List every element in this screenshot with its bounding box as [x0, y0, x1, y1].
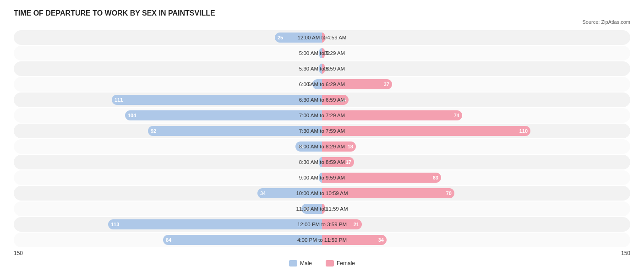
source-label: Source: ZipAtlas.com: [14, 19, 630, 25]
rows-wrapper: 25012:00 AM to 4:59 AM005:00 AM to 5:29 …: [14, 30, 630, 247]
male-value: 14: [298, 144, 304, 149]
legend-male-label: Male: [300, 260, 312, 267]
female-value: 21: [354, 222, 359, 227]
chart-row: 111146:30 AM to 6:59 AM: [14, 92, 630, 107]
female-value: 34: [378, 237, 384, 243]
female-value: 0: [324, 66, 327, 71]
chart-row: 104747:00 AM to 7:29 AM: [14, 108, 630, 123]
female-value: 14: [340, 97, 346, 103]
male-value: 84: [166, 237, 171, 243]
male-value: 5: [308, 82, 311, 87]
axis-row: 150 150: [14, 250, 630, 256]
chart-row: 921107:30 AM to 7:59 AM: [14, 124, 630, 138]
chart-row: 347010:00 AM to 10:59 AM: [14, 186, 630, 201]
chart-row: 005:30 AM to 5:59 AM: [14, 61, 630, 76]
female-value: 70: [446, 190, 452, 196]
axis-right: 150: [621, 250, 630, 256]
chart-row: 0178:30 AM to 8:59 AM: [14, 155, 630, 169]
legend-female-label: Female: [337, 260, 355, 267]
chart-title: TIME OF DEPARTURE TO WORK BY SEX IN PAIN…: [14, 9, 630, 17]
female-value: 0: [324, 35, 327, 40]
chart-row: 11011:00 AM to 11:59 AM: [14, 201, 630, 216]
chart-row: 1132112:00 PM to 3:59 PM: [14, 217, 630, 232]
male-value: 92: [151, 128, 156, 134]
female-value: 74: [454, 113, 459, 118]
chart-row: 5376:00 AM to 6:29 AM: [14, 77, 630, 92]
female-value: 37: [384, 82, 389, 87]
chart-row: 25012:00 AM to 4:59 AM: [14, 30, 630, 45]
male-value: 11: [304, 206, 310, 212]
male-value: 111: [115, 97, 123, 103]
chart-row: 0639:00 AM to 9:59 AM: [14, 170, 630, 185]
male-value: 104: [128, 113, 136, 118]
chart-area: 25012:00 AM to 4:59 AM005:00 AM to 5:29 …: [14, 30, 630, 267]
axis-left: 150: [14, 250, 23, 256]
female-value: 0: [324, 50, 327, 56]
male-value: 34: [260, 190, 266, 196]
legend: Male Female: [14, 260, 630, 267]
legend-female-box: [326, 260, 334, 267]
female-value: 110: [519, 128, 528, 134]
female-value: 0: [324, 206, 327, 212]
chart-row: 84344:00 PM to 11:59 PM: [14, 233, 630, 247]
chart-row: 005:00 AM to 5:29 AM: [14, 46, 630, 60]
female-value: 17: [346, 159, 351, 165]
legend-male: Male: [289, 260, 312, 267]
male-value: 113: [111, 222, 119, 227]
legend-male-box: [289, 260, 297, 267]
female-value: 18: [348, 144, 353, 149]
chart-row: 14188:00 AM to 8:29 AM: [14, 139, 630, 154]
legend-female: Female: [326, 260, 355, 267]
female-value: 63: [433, 175, 438, 180]
male-value: 25: [278, 35, 283, 40]
